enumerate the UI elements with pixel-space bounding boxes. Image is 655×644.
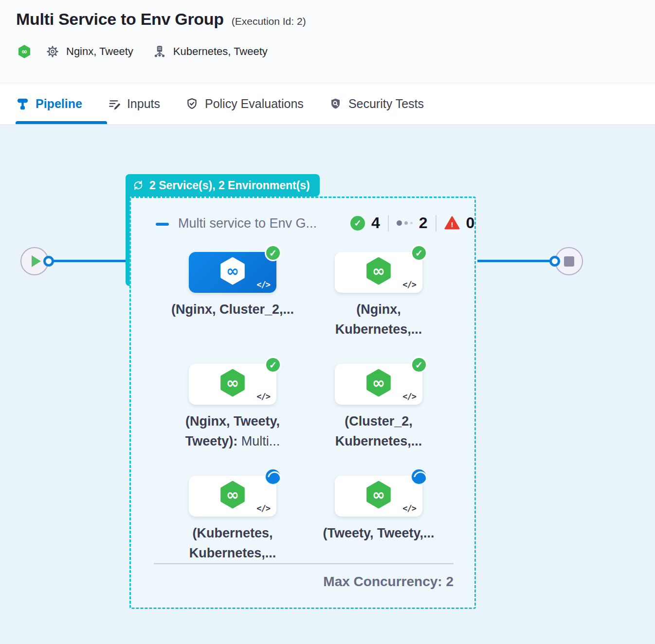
status-success-icon: ✓ — [265, 245, 281, 261]
code-icon: </> — [256, 392, 270, 401]
pipeline-icon — [16, 97, 29, 110]
services-label: Nginx, Tweety — [66, 45, 133, 58]
stage-node-label: (Kubernetes, Kubernetes,... — [168, 523, 297, 563]
code-icon: </> — [402, 280, 416, 289]
stage-group-name[interactable]: Multi service to Env G... — [178, 216, 317, 231]
stage-status-counts: ✓ 4 2 ! 0 — [350, 214, 474, 232]
svg-text:∞: ∞ — [372, 485, 385, 504]
code-icon: </> — [402, 503, 416, 513]
svg-text:∞: ∞ — [226, 485, 239, 504]
connector-dot-left — [43, 256, 54, 267]
stage-group-badge-label: 2 Service(s), 2 Environment(s) — [149, 179, 310, 192]
running-count-icon — [397, 220, 413, 226]
harness-service-icon: ∞ — [18, 45, 31, 58]
tab-pipeline-label: Pipeline — [36, 97, 82, 111]
svg-text:∞: ∞ — [21, 47, 27, 55]
status-running-spinner-icon — [411, 468, 427, 485]
stage-node-kubernetes-kubernetes[interactable]: ∞ </> — [189, 476, 276, 517]
tab-inputs-label: Inputs — [127, 97, 160, 111]
failed-count-icon: ! — [444, 216, 460, 230]
stage-node-nginx-cluster2[interactable]: ∞ </> ✓ — [189, 252, 276, 293]
success-count: 4 — [371, 214, 380, 232]
stage-node-label: (Nginx, Kubernetes,... — [314, 300, 443, 340]
execution-id: (Execution Id: 2) — [232, 16, 306, 27]
stage-node-label: (Nginx, Tweety, Tweety): Multi... — [168, 411, 297, 451]
code-icon: </> — [256, 280, 270, 289]
svg-text:∞: ∞ — [372, 262, 385, 280]
svg-text:∞: ∞ — [226, 374, 239, 392]
max-concurrency-label: Max Concurrency: 2 — [273, 574, 454, 590]
pipeline-canvas[interactable]: 2 Service(s), 2 Environment(s) Multi ser… — [0, 125, 655, 644]
stage-node-tweety-tweety[interactable]: ∞ </> — [335, 476, 422, 517]
stage-node-nginx-kubernetes[interactable]: ∞ </> ✓ — [335, 252, 422, 293]
tab-pipeline[interactable]: Pipeline — [16, 97, 82, 111]
stop-icon — [564, 256, 574, 267]
stage-node-nginx-tweety[interactable]: ∞ </> ✓ — [189, 364, 276, 405]
code-icon: </> — [402, 392, 416, 401]
tab-security-label: Security Tests — [348, 97, 424, 111]
tab-bar: Pipeline Inputs Policy Evaluations — [0, 83, 655, 125]
shield-check-icon — [185, 97, 199, 110]
active-tab-indicator — [16, 121, 107, 124]
code-icon: </> — [256, 503, 270, 513]
tab-security-tests[interactable]: Security Tests — [329, 97, 424, 111]
collapse-group-button[interactable] — [156, 223, 169, 226]
status-success-icon: ✓ — [411, 245, 427, 261]
environments-label: Kubernetes, Tweety — [173, 45, 268, 58]
stage-node-label: (Tweety, Tweety,... — [314, 523, 443, 543]
connector-line-left — [49, 260, 129, 262]
connector-line-right — [477, 260, 550, 262]
gear-icon — [46, 45, 59, 58]
svg-text:∞: ∞ — [372, 374, 385, 392]
environments-icon — [153, 45, 166, 58]
tab-policy-evaluations[interactable]: Policy Evaluations — [185, 97, 304, 111]
status-success-icon: ✓ — [411, 357, 427, 373]
svg-text:!: ! — [451, 220, 453, 229]
page-title: Multi Service to Env Group — [16, 10, 224, 29]
stage-node-label: (Nginx, Cluster_2,... — [168, 300, 297, 320]
tab-inputs[interactable]: Inputs — [108, 97, 160, 111]
running-count: 2 — [419, 214, 428, 232]
connector-dot-right — [549, 256, 560, 267]
status-running-spinner-icon — [265, 468, 281, 485]
group-footer-divider — [154, 563, 454, 564]
status-success-icon: ✓ — [265, 357, 281, 373]
stage-node-cluster2-kubernetes[interactable]: ∞ </> ✓ — [335, 364, 422, 405]
inputs-icon — [108, 97, 121, 110]
loop-icon — [132, 179, 144, 191]
shield-search-icon — [329, 97, 342, 110]
tab-policy-label: Policy Evaluations — [205, 97, 304, 111]
page-header: Multi Service to Env Group (Execution Id… — [0, 0, 655, 83]
stage-group-badge[interactable]: 2 Service(s), 2 Environment(s) — [126, 174, 320, 197]
success-count-icon: ✓ — [350, 216, 365, 231]
svg-text:∞: ∞ — [226, 262, 239, 280]
stage-node-label: (Cluster_2, Kubernetes,... — [314, 411, 443, 451]
play-icon — [32, 255, 41, 267]
failed-count: 0 — [466, 214, 475, 232]
